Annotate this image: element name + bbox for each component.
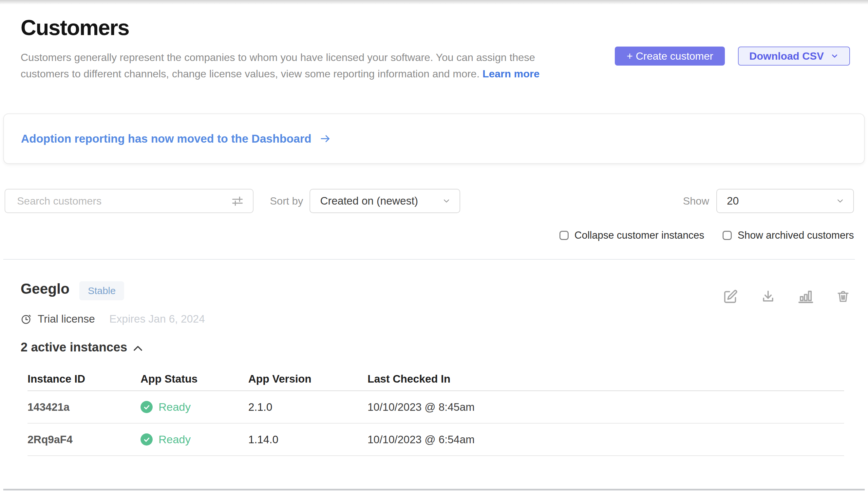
check-circle-icon (141, 401, 153, 413)
app-version-cell: 1.14.0 (248, 434, 368, 446)
instances-summary: 2 active instances (21, 340, 127, 354)
instance-id-cell: 143421a (28, 401, 141, 413)
chevron-down-icon (830, 52, 839, 60)
page-description-text: Customers generally represent the compan… (21, 52, 535, 80)
download-csv-label: Download CSV (749, 50, 824, 62)
download-license-button[interactable] (761, 289, 775, 304)
adoption-banner: Adoption reporting has now moved to the … (3, 113, 865, 164)
app-status-text: Ready (159, 433, 191, 446)
header-text-block: Customers Customers generally represent … (21, 15, 571, 82)
page-header: Customers Customers generally represent … (0, 0, 868, 82)
sort-by-label: Sort by (270, 195, 303, 207)
col-header-instance-id: Instance ID (28, 373, 141, 385)
customer-name: Geeglo (21, 281, 70, 297)
show-archived-option[interactable]: Show archived customers (723, 229, 854, 241)
sort-select[interactable]: Created on (newest) (310, 189, 460, 213)
show-archived-checkbox[interactable] (723, 231, 732, 240)
sort-select-value: Created on (newest) (320, 195, 418, 207)
customer-card: Geeglo Stable (0, 260, 868, 456)
table-row: 2Rq9aF4 Ready 1.14.0 10/10/2023 @ 6:54am (28, 424, 844, 456)
show-count-select[interactable]: 20 (716, 189, 854, 213)
page-description: Customers generally represent the compan… (21, 49, 571, 82)
edit-customer-button[interactable] (723, 289, 738, 304)
arrow-right-icon (319, 133, 331, 145)
show-label: Show (683, 195, 709, 207)
filter-toolbar: Sort by Created on (newest) Show 20 (4, 189, 854, 213)
show-archived-label: Show archived customers (738, 229, 854, 241)
license-type: Trial license (38, 313, 95, 325)
page-title: Customers (21, 15, 571, 40)
search-box (4, 189, 253, 213)
reporting-button[interactable] (798, 289, 813, 304)
table-row: 143421a Ready 2.1.0 10/10/2023 @ 8:45am (28, 391, 844, 424)
license-row: Trial license Expires Jan 6, 2024 (21, 313, 850, 325)
app-status-text: Ready (159, 401, 191, 413)
collapse-instances-checkbox[interactable] (559, 231, 569, 240)
app-status-cell: Ready (141, 433, 248, 446)
display-options-row: Collapse customer instances Show archive… (0, 229, 854, 241)
col-header-app-version: App Version (248, 373, 368, 385)
chevron-up-icon (133, 344, 143, 352)
adoption-banner-link[interactable]: Adoption reporting has now moved to the … (21, 132, 331, 145)
learn-more-link[interactable]: Learn more (483, 68, 540, 80)
adoption-banner-text: Adoption reporting has now moved to the … (21, 132, 311, 145)
trial-clock-icon (21, 313, 38, 325)
customer-header: Geeglo Stable (21, 281, 850, 304)
app-version-cell: 2.1.0 (248, 401, 368, 413)
last-checked-in-cell: 10/10/2023 @ 6:54am (368, 434, 844, 446)
instances-table: Instance ID App Status App Version Last … (28, 368, 844, 456)
delete-customer-button[interactable] (836, 290, 850, 303)
bottom-section-divider (3, 489, 865, 491)
col-header-app-status: App Status (141, 373, 248, 385)
app-status-cell: Ready (141, 401, 248, 413)
chevron-down-icon (836, 196, 845, 205)
customer-actions (723, 289, 850, 304)
last-checked-in-cell: 10/10/2023 @ 8:45am (368, 401, 844, 413)
show-count-value: 20 (727, 195, 739, 207)
license-expiry: Expires Jan 6, 2024 (109, 313, 205, 325)
collapse-instances-option[interactable]: Collapse customer instances (559, 229, 704, 241)
edit-icon (723, 300, 738, 305)
create-customer-button[interactable]: + Create customer (615, 46, 725, 66)
instance-id-cell: 2Rq9aF4 (28, 434, 141, 446)
collapse-instances-label: Collapse customer instances (575, 229, 704, 241)
chevron-down-icon (442, 196, 451, 205)
filter-sliders-icon[interactable] (231, 194, 244, 208)
customers-page: Customers Customers generally represent … (0, 0, 868, 497)
check-circle-icon (141, 434, 153, 445)
search-input[interactable] (17, 195, 231, 207)
table-header-row: Instance ID App Status App Version Last … (28, 368, 844, 391)
download-csv-button[interactable]: Download CSV (738, 46, 850, 66)
channel-badge: Stable (79, 281, 124, 300)
header-actions: + Create customer Download CSV (615, 46, 850, 82)
bar-chart-icon (798, 300, 813, 305)
trash-icon (836, 300, 850, 304)
instances-toggle[interactable]: 2 active instances (21, 340, 143, 354)
download-icon (761, 300, 775, 305)
col-header-last-checked-in: Last Checked In (368, 373, 844, 385)
